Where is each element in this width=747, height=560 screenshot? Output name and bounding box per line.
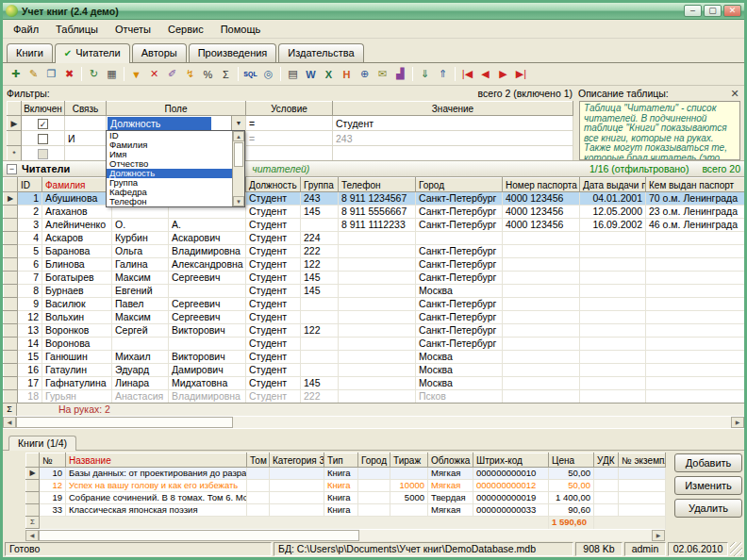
column-header[interactable]: Включен — [22, 102, 65, 116]
column-header[interactable]: Город — [416, 178, 503, 192]
chart-icon[interactable]: ▟ — [391, 66, 409, 82]
column-header[interactable]: Категория 3 — [270, 453, 324, 468]
menu-item[interactable]: Помощь — [212, 22, 270, 37]
edit-record-icon[interactable]: ✎ — [25, 66, 42, 82]
percent-icon[interactable]: % — [199, 66, 217, 82]
resize-grip[interactable] — [730, 542, 742, 556]
filter-edit-icon[interactable]: ✐ — [163, 66, 181, 82]
reader-row[interactable]: 9ВасилюкПавелСергеевичСтудентСанкт-Петер… — [4, 298, 745, 311]
scroll-up-icon[interactable]: ▲ — [233, 131, 244, 141]
clear-filter-icon[interactable]: ✕ — [145, 66, 163, 82]
column-header[interactable]: Том — [247, 453, 270, 468]
reader-row[interactable]: 3АлейниченкоО.А.Студент8 911 1112233Санк… — [4, 219, 745, 232]
reader-row[interactable]: 4АскаровКурбинАскаровичСтудент224 — [4, 232, 745, 245]
reader-row[interactable]: 8БурнаевЕвгенийСтудент145Москва — [4, 285, 745, 298]
tab-publishers[interactable]: Издательства — [278, 43, 363, 62]
column-header[interactable]: Дата выдачи пасп. — [580, 178, 646, 192]
reader-row[interactable]: 14ВороноваСтудентСанкт-Петербург — [4, 338, 745, 351]
column-header[interactable]: Тип — [324, 453, 358, 468]
sum-icon[interactable]: Σ — [217, 66, 235, 82]
first-record-icon[interactable]: |◀ — [458, 66, 476, 82]
column-header[interactable]: Связь — [65, 102, 107, 116]
column-header[interactable]: Должность — [246, 178, 301, 192]
filter-row[interactable]: ▶ ✓ Должность ▼ = Студент — [8, 116, 573, 131]
column-header[interactable]: Условие — [246, 102, 333, 116]
last-record-icon[interactable]: ▶| — [512, 66, 530, 82]
quick-filter-icon[interactable]: ↯ — [181, 66, 199, 82]
menu-item[interactable]: Отчеты — [107, 22, 159, 37]
titlebar[interactable]: Учет книг (2.4 демо) – ▢ ✕ — [3, 3, 744, 20]
new-record-icon[interactable]: ✚ — [7, 66, 25, 82]
close-button[interactable]: ✕ — [723, 5, 741, 17]
scroll-right-icon[interactable]: ▶ — [731, 417, 744, 428]
filter-enabled-checkbox[interactable]: ✓ — [22, 116, 65, 131]
reader-row[interactable]: 18ГурьянАнастасияВладимировнаСтудент222П… — [4, 390, 745, 404]
scroll-thumb[interactable] — [234, 142, 243, 167]
word-export-icon[interactable]: W — [302, 66, 320, 82]
reader-row[interactable]: 16ГатаулинЭдуардДамировичСтудентМосква — [4, 364, 745, 377]
web-icon[interactable]: ⊕ — [356, 66, 374, 82]
column-header[interactable]: Тираж — [390, 453, 428, 468]
sql-icon[interactable]: SQL — [241, 66, 259, 82]
add-button[interactable]: Добавить — [674, 453, 742, 472]
dropdown-scrollbar[interactable]: ▲ ▼ — [232, 131, 244, 206]
filter-row[interactable]: И = 243 — [8, 131, 573, 146]
filter-new-row[interactable]: * — [8, 146, 573, 161]
minimize-button[interactable]: – — [684, 5, 702, 17]
reader-row[interactable]: 17ГафнатулинаЛинараМидхатовнаСтудент145М… — [4, 377, 745, 390]
book-row[interactable]: 33Классическая японская поэзияКнигаМягка… — [26, 504, 666, 517]
column-header[interactable]: Фамилия — [42, 178, 112, 192]
chevron-down-icon[interactable]: ▼ — [231, 116, 245, 130]
next-record-icon[interactable]: ▶ — [494, 66, 512, 82]
reader-row[interactable]: 13ВоронковСергейВикторовичСтудент122Санк… — [4, 324, 745, 338]
tab-works[interactable]: Произведения — [189, 43, 277, 62]
filter-link-cell[interactable] — [65, 146, 107, 161]
menu-item[interactable]: Таблицы — [47, 22, 107, 37]
filter-enabled-checkbox[interactable] — [22, 131, 65, 146]
delete-record-icon[interactable]: ✖ — [60, 66, 78, 82]
scroll-down-icon[interactable]: ▼ — [233, 196, 244, 206]
column-header[interactable]: Телефон — [339, 178, 416, 192]
menu-item[interactable]: Файл — [5, 22, 47, 37]
dropdown-item[interactable]: Телефон — [107, 197, 232, 206]
reader-row[interactable]: 7БогатыревМаксимСергеевичСтудент145Санкт… — [4, 272, 745, 285]
book-row[interactable]: 12Успех на вашу голову и как его избежат… — [26, 480, 666, 492]
column-header[interactable]: Название — [66, 453, 247, 468]
excel-export-icon[interactable]: X — [320, 66, 338, 82]
delete-button[interactable]: Удалить — [674, 499, 742, 518]
scroll-track[interactable] — [233, 168, 244, 196]
column-header[interactable]: Кем выдан паспорт — [646, 178, 745, 192]
edit-button[interactable]: Изменить — [674, 476, 742, 495]
filter-enabled-checkbox[interactable] — [22, 146, 65, 161]
book-row[interactable]: 19Собрание сочинений. В 8 томах. Том 6. … — [26, 492, 666, 504]
column-header[interactable]: Город — [358, 453, 390, 468]
scroll-left-icon[interactable]: ◀ — [3, 417, 16, 428]
tab-authors[interactable]: Авторы — [132, 43, 187, 62]
filter-icon[interactable]: ▼ — [127, 66, 145, 82]
filter-link-cell[interactable] — [65, 116, 107, 131]
reader-row[interactable]: 5БарановаОльгаВладимировнаСтудент222Санк… — [4, 245, 745, 258]
column-header[interactable]: Номер паспорта — [503, 178, 580, 192]
mail-icon[interactable]: ✉ — [374, 66, 391, 82]
column-header[interactable]: ID — [18, 178, 42, 192]
filter-value-cell[interactable]: Студент — [333, 116, 573, 131]
book-row[interactable]: ▶10Базы данных: от проектирования до раз… — [26, 468, 666, 480]
column-header[interactable]: Группа — [301, 178, 339, 192]
maximize-button[interactable]: ▢ — [704, 5, 722, 17]
filter-value-cell[interactable] — [333, 146, 573, 161]
column-header[interactable]: УДК — [594, 453, 619, 468]
column-header[interactable]: Значение — [333, 102, 573, 116]
readers-hscrollbar[interactable]: ◀ ▶ — [3, 416, 744, 428]
tab-books-subtable[interactable]: Книги (1/4) — [8, 436, 76, 451]
export-icon[interactable]: ⇑ — [434, 66, 452, 82]
reader-row[interactable]: 15ГанюшинМихаилВикторовичСтудентМосква — [4, 351, 745, 364]
close-description-icon[interactable]: ✕ — [729, 89, 740, 99]
column-header[interactable]: № экземпл. — [619, 453, 666, 468]
filter-value-cell[interactable]: 243 — [333, 131, 573, 146]
scroll-thumb[interactable] — [16, 417, 233, 428]
html-export-icon[interactable]: H — [338, 66, 356, 82]
filter-condition-cell[interactable]: = — [246, 116, 333, 131]
column-header[interactable]: Обложка — [428, 453, 473, 468]
prev-record-icon[interactable]: ◀ — [476, 66, 494, 82]
tab-readers[interactable]: ✔ Читатели — [55, 43, 130, 63]
